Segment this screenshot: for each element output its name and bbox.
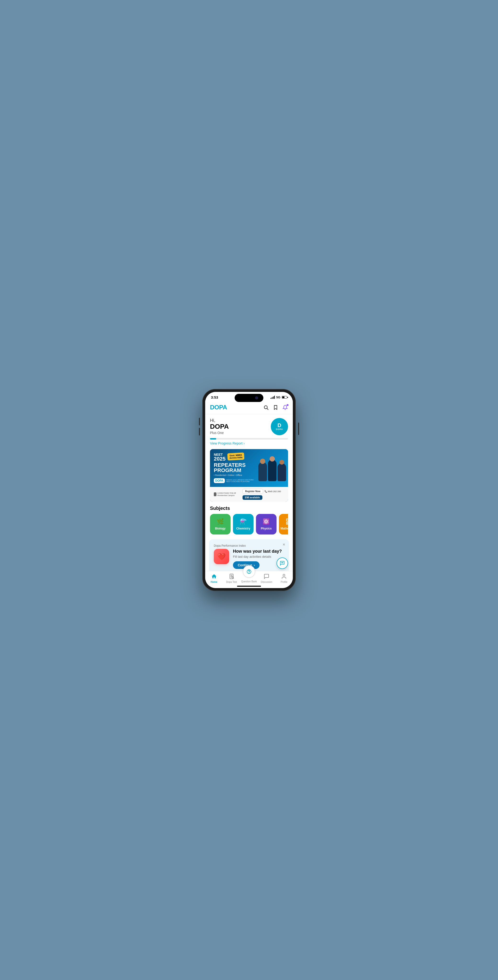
nav-icons <box>263 404 288 410</box>
greeting: Hi, <box>210 418 229 423</box>
subject-chemistry[interactable]: ⚗️ Chemistry <box>233 514 254 535</box>
banner-register-row: Register Now 📞 9645 202 200 EMI availabl… <box>243 489 284 500</box>
subject-mathematics[interactable]: Mathematics <box>279 514 288 535</box>
notification-button[interactable] <box>282 404 288 410</box>
status-bar: 3:53 5G <box>205 392 293 401</box>
dopa-test-label: Dopa Test <box>226 581 237 583</box>
question-bank-center-button[interactable] <box>243 565 255 578</box>
banner-govt-badge: Govt. MBBSAcross India <box>227 452 244 461</box>
svg-point-12 <box>281 563 282 563</box>
subjects-scroll: 🌿 Biology ⚗️ Chemistry ⚛️ Physics <box>210 514 288 535</box>
search-button[interactable] <box>263 404 269 410</box>
front-camera <box>255 396 258 399</box>
biology-icon: 🌿 <box>217 518 224 525</box>
promo-banner[interactable]: NEET 2025 Govt. MBBSAcross India REPEATE… <box>210 449 288 502</box>
question-bank-label: Question Bank <box>240 580 258 583</box>
view-progress-arrow: › <box>244 441 245 445</box>
bookmark-button[interactable] <box>273 404 278 410</box>
biology-label: Biology <box>215 527 225 530</box>
dopa-test-icon <box>228 573 235 580</box>
banner-program-line2: PROGRAM <box>214 468 262 473</box>
signal-icon <box>271 396 275 399</box>
banner-tagline: INDIA'S 1st & LARGEST DOCTORS' NEET COAC… <box>226 479 255 482</box>
user-grade: Plus One <box>210 431 229 435</box>
subject-physics[interactable]: ⚛️ Physics <box>256 514 276 535</box>
phone-screen: 3:53 5G DOPA <box>205 392 293 588</box>
status-time: 3:53 <box>211 395 218 399</box>
profile-text: Hi, DOPA Plus One <box>210 418 229 435</box>
network-type: 5G <box>276 396 280 399</box>
performance-title: How was your last day? <box>233 549 282 554</box>
subject-biology[interactable]: 🌿 Biology <box>210 514 231 535</box>
view-progress-label: View Progress Report <box>210 441 243 445</box>
close-performance-button[interactable]: × <box>283 542 285 547</box>
avatar-brand: DOPA <box>276 428 283 430</box>
home-label: Home <box>211 581 217 583</box>
subjects-section: Subjects 🌿 Biology ⚗️ Chemistry ⚛️ Physi… <box>205 506 293 539</box>
chemistry-icon: ⚗️ <box>239 518 247 525</box>
physics-icon: ⚛️ <box>263 518 270 525</box>
performance-description: Fill last day activities details <box>233 555 282 558</box>
home-indicator <box>237 586 261 587</box>
nav-profile[interactable]: Profile <box>275 573 293 583</box>
volume-down-button[interactable] <box>199 428 200 436</box>
app-logo: DOPA <box>210 404 227 411</box>
doctor-2 <box>268 460 276 481</box>
svg-point-13 <box>282 563 283 563</box>
physics-label: Physics <box>261 527 271 530</box>
nav-home[interactable]: Home <box>205 573 223 583</box>
floating-chat-button[interactable] <box>276 557 288 569</box>
chemistry-label: Chemistry <box>236 527 251 530</box>
subjects-title: Subjects <box>210 506 288 511</box>
progress-bar <box>210 438 288 439</box>
banner-program-line1: REPEATERS <box>214 463 262 468</box>
banner-text: NEET 2025 Govt. MBBSAcross India REPEATE… <box>214 453 262 476</box>
svg-line-1 <box>267 409 268 410</box>
svg-line-19 <box>233 578 234 579</box>
banner-phone: 📞 9645 202 200 <box>265 490 281 493</box>
top-nav: DOPA <box>205 401 293 414</box>
avatar[interactable]: D DOPA <box>271 418 288 435</box>
avatar-letter: D <box>278 423 281 428</box>
battery-level <box>282 396 284 398</box>
volume-up-button[interactable] <box>199 418 200 425</box>
home-icon <box>211 573 217 580</box>
banner-year: 2025 <box>214 456 225 461</box>
svg-point-20 <box>283 574 285 576</box>
battery-icon <box>282 396 287 399</box>
profile-icon <box>281 573 287 580</box>
building-icon <box>214 492 216 496</box>
continue-arrow: › <box>254 563 255 567</box>
profile-section: Hi, DOPA Plus One D DOPA <box>205 414 293 438</box>
bottom-nav: Home Dopa Test Question Bank <box>205 571 293 588</box>
banner-options: • Residential • Online • Offline <box>214 474 262 476</box>
performance-header: Dopa Performance Index <box>214 544 284 547</box>
mathematics-icon <box>286 518 288 525</box>
profile-label: Profile <box>281 581 287 583</box>
banner-background: NEET 2025 Govt. MBBSAcross India REPEATE… <box>210 449 288 487</box>
svg-point-16 <box>249 573 249 573</box>
discussion-label: Discussion <box>261 581 272 583</box>
svg-point-14 <box>283 563 283 563</box>
phone-frame: 3:53 5G DOPA <box>202 389 296 591</box>
banner-brand-row: DOPA INDIA'S 1st & LARGEST DOCTORS' NEET… <box>214 478 284 483</box>
nav-dopa-test[interactable]: Dopa Test <box>223 573 240 583</box>
notification-badge <box>287 404 289 406</box>
user-name: DOPA <box>210 423 229 430</box>
nav-discussion[interactable]: Discussion <box>258 573 275 583</box>
view-progress-link[interactable]: View Progress Report › <box>210 441 288 445</box>
seats-text: Limited Seats Only @ Residential Campus <box>217 492 243 497</box>
notch <box>235 394 263 402</box>
performance-emoji: ❤️ <box>214 549 229 564</box>
progress-section: View Progress Report › <box>205 438 293 447</box>
power-button[interactable] <box>298 423 299 435</box>
register-now-button[interactable]: Register Now <box>243 489 263 494</box>
banner-bottom-row: Limited Seats Only @ Residential Campus … <box>210 487 288 502</box>
app-content: DOPA <box>205 401 293 571</box>
banner-emi[interactable]: EMI available <box>243 495 262 500</box>
performance-content: How was your last day? Fill last day act… <box>233 549 282 569</box>
mathematics-label: Mathematics <box>281 527 288 530</box>
discussion-icon <box>263 573 270 580</box>
progress-fill <box>210 438 216 439</box>
banner-dopa-logo: DOPA <box>214 478 225 483</box>
